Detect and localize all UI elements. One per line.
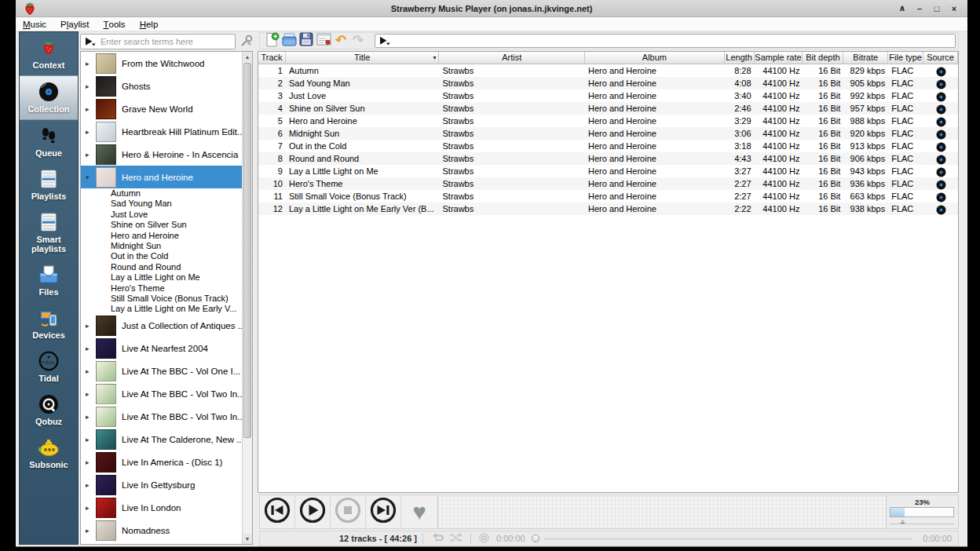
column-header-bitrate[interactable]: Bitrate (843, 52, 888, 64)
expand-icon[interactable]: ▸ (86, 527, 96, 535)
scrollbar-thumb[interactable] (243, 63, 251, 438)
tree-track[interactable]: Just Love (81, 210, 242, 220)
sidebar-item-tidal[interactable]: TIDALTidal (20, 345, 78, 389)
expand-icon[interactable]: ▸ (86, 322, 96, 330)
tree-track[interactable]: Shine on Silver Sun (81, 220, 242, 230)
previous-button[interactable] (260, 495, 295, 528)
playlist-row[interactable]: 9Lay a Little Light on MeStrawbsHero and… (258, 165, 958, 177)
playlist-row[interactable]: 2Sad Young ManStrawbsHero and Heroine4:0… (258, 77, 958, 89)
expand-icon[interactable]: ▸ (86, 413, 96, 421)
sidebar-item-context[interactable]: Context (20, 32, 78, 75)
close-button[interactable]: × (947, 2, 961, 15)
column-header-source[interactable]: Source (923, 52, 958, 64)
stop-button[interactable] (331, 495, 366, 528)
expand-icon[interactable]: ▸ (86, 82, 96, 90)
playlist-row[interactable]: 1AutumnStrawbsHero and Heroine8:2844100 … (258, 64, 958, 77)
tree-album[interactable]: ▸Live At The Calderone, New ... (81, 429, 242, 451)
menu-help[interactable]: Help (133, 17, 166, 31)
expand-icon[interactable]: ▸ (86, 504, 96, 512)
column-header-title[interactable]: Title▾ (286, 52, 440, 64)
column-header-bit-depth[interactable]: Bit depth (803, 52, 843, 64)
expand-icon[interactable]: ▸ (86, 436, 96, 443)
column-header-length[interactable]: Length (725, 52, 755, 64)
tree-album[interactable]: ▸Ghosts (81, 75, 242, 97)
sidebar-item-subsonic[interactable]: Subsonic (20, 432, 78, 475)
load-playlist-button[interactable] (280, 33, 298, 49)
tree-album[interactable]: ▸Live At The BBC - Vol Two In... (81, 383, 242, 406)
tree-album[interactable]: ▸Live At Nearfest 2004 (81, 338, 242, 360)
tree-track[interactable]: Hero and Heroine (81, 231, 242, 241)
filter-options-icon[interactable] (379, 36, 390, 46)
playlist-row[interactable]: 12Lay a Little Light on Me Early Ver (B.… (258, 203, 958, 215)
tree-track[interactable]: Lay a Little Light on Me (81, 272, 242, 283)
tree-track[interactable]: Hero's Theme (81, 283, 242, 294)
tree-album[interactable]: ▸Hero & Heroine - In Ascencia (81, 143, 242, 166)
collection-settings-button[interactable] (240, 35, 253, 49)
sidebar-item-smart-playlists[interactable]: Smart playlists (20, 206, 78, 259)
expand-icon[interactable]: ▸ (86, 390, 96, 398)
tree-album[interactable]: ▸Live In America - (Disc 1) (81, 451, 242, 474)
shade-button[interactable]: ∧ (895, 2, 909, 15)
menu-music[interactable]: Music (16, 17, 53, 31)
playlist-row[interactable]: 3Just LoveStrawbsHero and Heroine3:40441… (258, 89, 958, 102)
speaker-button[interactable] (479, 533, 489, 545)
tree-album[interactable]: ▸Live At The BBC - Vol One I... (81, 360, 242, 383)
tree-track[interactable]: Out in the Cold (81, 251, 242, 261)
column-header-sample-rate[interactable]: Sample rate (755, 52, 803, 64)
sidebar-item-playlists[interactable]: Playlists (20, 163, 78, 206)
shuffle-button[interactable] (449, 533, 463, 544)
sidebar-item-files[interactable]: Files (20, 259, 78, 302)
menu-tools[interactable]: Tools (96, 17, 132, 31)
column-header-track[interactable]: Track (258, 52, 286, 64)
seek-slider-handle[interactable] (532, 535, 539, 542)
tree-album[interactable]: ▸From the Witchwood (81, 52, 242, 75)
volume-marker-icon[interactable]: ▵ (901, 517, 905, 525)
tree-album[interactable]: ▸Nomadness (81, 520, 242, 542)
playlist-row[interactable]: 6Midnight SunStrawbsHero and Heroine3:06… (258, 127, 958, 140)
volume-bar[interactable] (890, 507, 954, 517)
search-options-icon[interactable] (85, 37, 96, 46)
minimize-button[interactable]: – (912, 2, 927, 15)
collection-search-input[interactable] (99, 36, 235, 47)
love-button[interactable]: ♥ (401, 495, 438, 528)
seek-slider-track[interactable] (544, 538, 912, 540)
sidebar-item-devices[interactable]: Devices (20, 302, 78, 345)
title-bar[interactable]: Strawberry Music Player (on jonas.in.jkv… (16, 0, 967, 17)
expand-icon[interactable]: ▸ (86, 151, 96, 159)
expand-icon[interactable]: ▸ (86, 128, 96, 136)
playlist-row[interactable]: 7Out in the ColdStrawbsHero and Heroine3… (258, 140, 958, 152)
expand-icon[interactable]: ▸ (86, 367, 96, 375)
tree-album[interactable]: ▸Grave New World (81, 97, 242, 120)
sidebar-item-queue[interactable]: Queue (20, 120, 78, 163)
scroll-down-icon[interactable]: ▾ (243, 534, 252, 544)
tree-track[interactable]: Autumn (81, 188, 242, 199)
tree-album[interactable]: ▾Hero and Heroine (81, 166, 242, 188)
tree-track[interactable]: Lay a Little Light on Me Early V... (81, 304, 242, 314)
playlist-row[interactable]: 8Round and RoundStrawbsHero and Heroine4… (258, 152, 958, 165)
column-header-album[interactable]: Album (585, 52, 725, 64)
playlist-row[interactable]: 4Shine on Silver SunStrawbsHero and Hero… (258, 102, 958, 115)
expand-icon[interactable]: ▸ (86, 345, 96, 352)
maximize-button[interactable]: □ (930, 2, 944, 15)
tree-album[interactable]: ▸Live At The BBC - Vol Two In... (81, 406, 242, 429)
save-playlist-button[interactable] (298, 33, 315, 49)
sidebar-item-collection[interactable]: Collection (20, 75, 78, 120)
tree-album[interactable]: ▸Just a Collection of Antiques ... (81, 315, 242, 338)
tree-album[interactable]: ▸Live In London (81, 497, 242, 520)
expand-icon[interactable]: ▸ (86, 458, 96, 466)
next-button[interactable] (366, 495, 401, 528)
playlist-settings-button[interactable] (315, 33, 332, 49)
redo-button[interactable]: ↷ (349, 33, 367, 49)
column-header-file-type[interactable]: File type (888, 52, 923, 64)
volume-control[interactable]: 23% ▵ (887, 495, 958, 528)
tree-track[interactable]: Round and Round (81, 262, 242, 272)
tree-track[interactable]: Still Small Voice (Bonus Track) (81, 294, 242, 304)
menu-playlist[interactable]: Playlist (53, 17, 96, 31)
expand-icon[interactable]: ▸ (86, 481, 96, 489)
tree-track[interactable]: Midnight Sun (81, 241, 242, 251)
playlist-row[interactable]: 5Hero and HeroineStrawbsHero and Heroine… (258, 115, 958, 127)
tree-track[interactable]: Sad Young Man (81, 199, 242, 209)
tree-album[interactable]: ▸Heartbreak Hill Platinum Edit... (81, 120, 242, 143)
tree-album[interactable]: ▸Live In Gettysburg (81, 474, 242, 497)
scroll-up-icon[interactable]: ▴ (243, 52, 252, 62)
